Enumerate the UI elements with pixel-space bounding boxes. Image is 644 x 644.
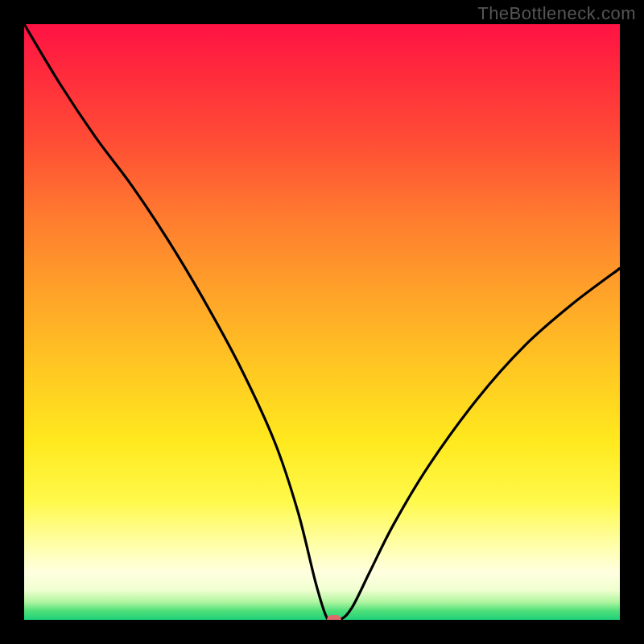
watermark-text: TheBottleneck.com (477, 3, 636, 24)
chart-container: TheBottleneck.com (0, 0, 644, 644)
bottleneck-curve (24, 24, 620, 620)
plot-area (24, 24, 620, 620)
minimum-marker (327, 615, 341, 620)
